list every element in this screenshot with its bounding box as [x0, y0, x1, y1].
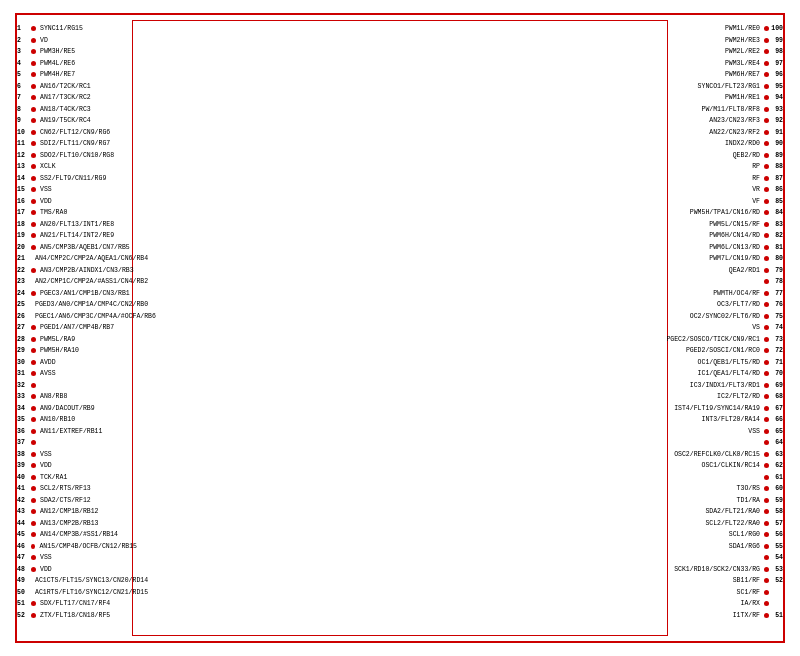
pin-label: CN62/FLT12/CN9/RG6	[38, 129, 110, 136]
pin-label: PW/M11/FLT8/RF8	[701, 106, 762, 113]
right-pin-row: 55SDA1/RG6	[729, 541, 783, 553]
pin-dot	[31, 130, 36, 135]
left-pin-row: 31AVSS	[17, 368, 137, 380]
left-pin-row: 20AN5/CMP3B/AQEB1/CN7/RB5	[17, 242, 137, 254]
pin-number: 98	[769, 48, 783, 55]
right-pin-row: 78	[760, 276, 783, 288]
pin-dot	[31, 429, 36, 434]
right-pin-row: 98PWM2L/RE2	[725, 46, 783, 58]
right-pin-row: 60T3O/RS	[737, 483, 783, 495]
pin-label: VSS	[748, 428, 762, 435]
right-pin-row: 56SCL1/RG0	[729, 529, 783, 541]
pin-dot	[31, 360, 36, 365]
right-pin-row: 68IC2/FLT2/RD	[717, 391, 783, 403]
pin-dot	[31, 72, 36, 77]
left-pin-row: 23AN2/CMP1C/CMP2A/#ASS1/CN4/RB2	[17, 276, 137, 288]
pin-number: 48	[17, 566, 31, 573]
pin-label: PWM5L/RA9	[38, 336, 75, 343]
right-pin-row: 70IC1/QEA1/FLT4/RD	[698, 368, 783, 380]
pin-label: PGED3/AN0/CMP1A/CMP4C/CN2/RB0	[33, 301, 148, 308]
pin-label: PGED1/AN7/CMP4B/RB7	[38, 324, 114, 331]
pin-number: 53	[769, 566, 783, 573]
pin-label: PWM6H/RE7	[725, 71, 762, 78]
pin-number: 41	[17, 485, 31, 492]
pin-number: 71	[769, 359, 783, 366]
right-pin-row: 90INDX2/RD0	[725, 138, 783, 150]
pin-number: 2	[17, 37, 31, 44]
pin-number: 30	[17, 359, 31, 366]
pin-dot	[31, 521, 36, 526]
pin-number: 27	[17, 324, 31, 331]
pin-number: 60	[769, 485, 783, 492]
right-pin-row: 96PWM6H/RE7	[725, 69, 783, 81]
left-pin-row: 37	[17, 437, 137, 449]
pin-number: 36	[17, 428, 31, 435]
pin-number: 97	[769, 60, 783, 67]
pin-number: 37	[17, 439, 31, 446]
pin-number: 64	[769, 439, 783, 446]
pin-dot	[31, 406, 36, 411]
pin-label: T3O/RS	[737, 485, 762, 492]
pin-label: INT3/FLT20/RA14	[701, 416, 762, 423]
pin-number: 51	[17, 600, 31, 607]
pin-number: 44	[17, 520, 31, 527]
pin-label: AC1CTS/FLT15/SYNC13/CN20/RD14	[33, 577, 148, 584]
pin-number: 70	[769, 370, 783, 377]
pin-number: 25	[17, 301, 31, 308]
left-pin-row: 32	[17, 380, 137, 392]
pin-number: 23	[17, 278, 31, 285]
pin-label: AN9/DACOUT/RB9	[38, 405, 95, 412]
pin-label: VDD	[38, 198, 52, 205]
left-pin-row: 42SDA2/CTS/RF12	[17, 495, 137, 507]
pin-number: 61	[769, 474, 783, 481]
pin-number: 11	[17, 140, 31, 147]
left-pin-row: 16VDD	[17, 196, 137, 208]
pin-dot	[31, 452, 36, 457]
pin-number: 76	[769, 301, 783, 308]
right-pin-row: IA/RX	[740, 598, 783, 610]
pin-label: PWM4H/RE7	[38, 71, 75, 78]
left-pin-row: 34AN9/DACOUT/RB9	[17, 403, 137, 415]
pin-label: RP	[752, 163, 762, 170]
pin-label: VSS	[38, 554, 52, 561]
pin-number: 6	[17, 83, 31, 90]
pin-dot	[31, 463, 36, 468]
pin-label: AN2/CMP1C/CMP2A/#ASS1/CN4/RB2	[33, 278, 148, 285]
pin-number: 17	[17, 209, 31, 216]
right-pin-row: 76OC3/FLT7/RD	[717, 299, 783, 311]
right-pin-row: 94PWM1H/RE1	[725, 92, 783, 104]
pin-dot	[31, 601, 36, 606]
pin-number: 19	[17, 232, 31, 239]
pin-label: SCL1/RG0	[729, 531, 762, 538]
right-pin-row: 62OSC1/CLKIN/RC14	[701, 460, 783, 472]
pin-label: RF	[752, 175, 762, 182]
pin-number: 10	[17, 129, 31, 136]
pin-label: AN10/RB10	[38, 416, 75, 423]
pin-dot	[31, 153, 36, 158]
pin-number: 83	[769, 221, 783, 228]
right-pin-row: 100PWM1L/RE0	[725, 23, 783, 35]
pin-number: 38	[17, 451, 31, 458]
left-pin-row: 47VSS	[17, 552, 137, 564]
right-pin-row: 77PWMTH/OC4/RF	[713, 288, 783, 300]
pin-number: 78	[769, 278, 783, 285]
pin-number: 68	[769, 393, 783, 400]
right-pin-row: 80PWM7L/CN19/RD	[709, 253, 783, 265]
pin-label: PGEC3/AN1/CMP1B/CN3/RB1	[38, 290, 130, 297]
pin-number: 1	[17, 25, 31, 32]
left-pin-row: 2VD	[17, 35, 137, 47]
right-pin-row: 72PGED2/SOSCI/CN1/RC0	[686, 345, 783, 357]
pin-label: AN4/CMP2C/CMP2A/AQEA1/CN6/RB4	[33, 255, 148, 262]
pin-label: OC3/FLT7/RD	[717, 301, 762, 308]
pin-number: 89	[769, 152, 783, 159]
pin-number: 59	[769, 497, 783, 504]
left-pin-row: 11SDI2/FLT11/CN9/RG7	[17, 138, 137, 150]
pin-dot	[31, 613, 36, 618]
pin-number: 45	[17, 531, 31, 538]
pin-label: PWM4L/RE6	[38, 60, 75, 67]
left-pin-row: 18AN20/FLT13/INT1/RE8	[17, 219, 137, 231]
pin-number: 12	[17, 152, 31, 159]
pin-number: 4	[17, 60, 31, 67]
pin-number: 75	[769, 313, 783, 320]
pin-number: 5	[17, 71, 31, 78]
